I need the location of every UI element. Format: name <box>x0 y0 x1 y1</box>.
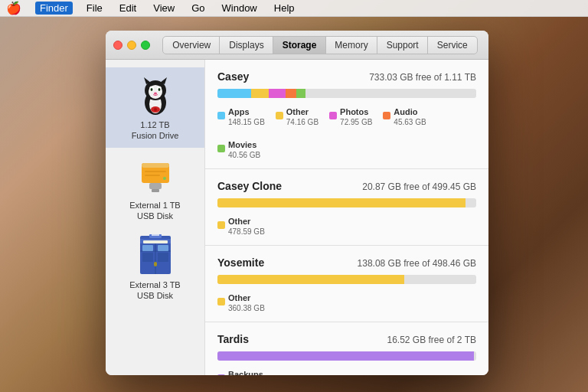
svg-rect-17 <box>149 183 162 189</box>
menubar: 🍎 Finder File Edit View Go Window Help <box>0 0 588 17</box>
tardis-disk-icon <box>134 234 177 276</box>
legend-dot-backups <box>217 374 225 376</box>
sidebar: 1.12 TB Fusion Drive <box>106 60 205 375</box>
bar-segment-backups <box>217 351 474 361</box>
minimize-button[interactable] <box>127 41 136 50</box>
storage-bar-tardis <box>217 351 476 361</box>
legend-item-audio: Audio45.63 GB <box>383 104 426 126</box>
legend-label-backups: Backups <box>228 370 263 375</box>
svg-rect-29 <box>142 245 153 251</box>
menubar-go[interactable]: Go <box>188 2 207 14</box>
legend-size-other: 74.16 GB <box>286 118 318 126</box>
menubar-view[interactable]: View <box>150 2 178 14</box>
svg-point-10 <box>151 89 152 90</box>
legend-dot-other <box>217 221 225 229</box>
tab-displays[interactable]: Displays <box>219 36 273 54</box>
disk-name-yosemite: Yosemite <box>217 256 264 269</box>
legend-size-photos: 72.95 GB <box>340 118 372 126</box>
svg-rect-18 <box>152 189 159 192</box>
disk-entry-tardis: Tardis16.52 GB free of 2 TBBackups1.98 T… <box>205 322 488 375</box>
close-button[interactable] <box>113 41 122 50</box>
disk-name-tardis: Tardis <box>217 333 249 345</box>
disk-name-casey: Casey <box>217 70 249 83</box>
legend-label-other: Other <box>228 217 250 226</box>
legend-dot-other <box>276 112 283 119</box>
bar-segment-other <box>217 198 466 207</box>
legend-label-audio: Audio <box>394 107 417 116</box>
legend-dot-audio <box>383 112 390 119</box>
svg-rect-26 <box>143 240 168 243</box>
disk-entry-casey: Casey733.03 GB free of 1.11 TBApps148.15… <box>205 60 488 169</box>
legend-item-other: Other360.38 GB <box>217 290 265 312</box>
traffic-lights <box>113 41 150 50</box>
bar-segment-other <box>217 275 404 284</box>
storage-bar-casey-clone <box>217 198 476 207</box>
legend-size-audio: 45.63 GB <box>394 118 426 126</box>
disk-free-casey-clone: 20.87 GB free of 499.45 GB <box>362 181 476 192</box>
tardis-label: External 3 TB USB Disk <box>129 279 180 302</box>
storage-bar-casey <box>217 89 476 98</box>
disk-legend-casey: Apps148.15 GBOther74.16 GBPhotos72.95 GB… <box>217 104 476 159</box>
disk-header-tardis: Tardis16.52 GB free of 2 TB <box>217 333 476 345</box>
legend-item-photos: Photos72.95 GB <box>329 104 372 126</box>
svg-point-14 <box>154 108 157 111</box>
disk-legend-casey-clone: Other478.59 GB <box>217 214 476 236</box>
external1-label: External 1 TB USB Disk <box>129 200 180 222</box>
legend-item-apps: Apps148.15 GB <box>217 104 265 126</box>
svg-point-11 <box>158 89 160 90</box>
legend-dot-apps <box>217 112 225 119</box>
legend-label-movies: Movies <box>228 140 256 149</box>
disk-legend-yosemite: Other360.38 GB <box>217 290 476 312</box>
bar-segment-audio <box>286 89 296 98</box>
sidebar-item-external1[interactable]: External 1 TB USB Disk <box>106 148 204 228</box>
disk-header-casey-clone: Casey Clone20.87 GB free of 499.45 GB <box>217 180 476 192</box>
disk-free-casey: 733.03 GB free of 1.11 TB <box>369 72 476 83</box>
legend-item-movies: Movies40.56 GB <box>217 137 260 159</box>
disk-entry-yosemite: Yosemite138.08 GB free of 498.46 GBOther… <box>205 246 488 322</box>
legend-label-other: Other <box>286 107 309 116</box>
svg-rect-31 <box>142 253 153 262</box>
bar-segment-apps <box>217 89 251 98</box>
svg-point-21 <box>163 177 166 180</box>
legend-label-apps: Apps <box>228 107 250 116</box>
svg-rect-19 <box>145 171 166 172</box>
fusion-drive-icon <box>134 74 177 116</box>
legend-size-other: 478.59 GB <box>228 227 265 236</box>
legend-dot-photos <box>329 112 337 119</box>
tab-overview[interactable]: Overview <box>162 36 220 54</box>
legend-size-movies: 40.56 GB <box>228 151 260 159</box>
menubar-edit[interactable]: Edit <box>116 2 139 14</box>
legend-label-photos: Photos <box>340 107 368 116</box>
bar-segment-photos <box>269 89 286 98</box>
legend-dot-movies <box>217 145 225 152</box>
legend-label-other: Other <box>228 293 250 302</box>
menubar-file[interactable]: File <box>83 2 106 14</box>
tab-service[interactable]: Service <box>427 36 478 54</box>
storage-main-panel[interactable]: Casey733.03 GB free of 1.11 TBApps148.15… <box>205 60 488 375</box>
svg-rect-33 <box>154 262 157 266</box>
disk-free-tardis: 16.52 GB free of 2 TB <box>387 335 476 345</box>
window-content: 1.12 TB Fusion Drive <box>106 60 488 375</box>
disk-header-casey: Casey733.03 GB free of 1.11 TB <box>217 70 476 83</box>
maximize-button[interactable] <box>141 41 150 50</box>
svg-rect-32 <box>158 253 168 262</box>
menubar-window[interactable]: Window <box>219 2 260 14</box>
storage-bar-yosemite <box>217 275 476 284</box>
tab-support[interactable]: Support <box>377 36 429 54</box>
disk-name-casey-clone: Casey Clone <box>217 180 282 192</box>
disk-header-yosemite: Yosemite138.08 GB free of 498.46 GB <box>217 256 476 269</box>
tab-storage[interactable]: Storage <box>273 36 327 54</box>
sidebar-item-tardis[interactable]: External 3 TB USB Disk <box>106 227 204 308</box>
sidebar-item-fusion[interactable]: 1.12 TB Fusion Drive <box>106 67 204 148</box>
legend-dot-other <box>217 298 225 305</box>
bar-segment-other <box>251 89 269 98</box>
svg-rect-16 <box>142 163 169 168</box>
tab-memory[interactable]: Memory <box>325 36 377 54</box>
legend-item-backups: Backups1.98 TB <box>217 367 263 375</box>
bar-segment-movies <box>296 89 306 98</box>
menubar-finder[interactable]: Finder <box>35 2 73 15</box>
legend-size-apps: 148.15 GB <box>228 118 265 126</box>
menubar-help[interactable]: Help <box>271 2 298 14</box>
tab-bar: Overview Displays Storage Memory Support… <box>159 36 481 54</box>
apple-menu-icon[interactable]: 🍎 <box>6 1 21 15</box>
